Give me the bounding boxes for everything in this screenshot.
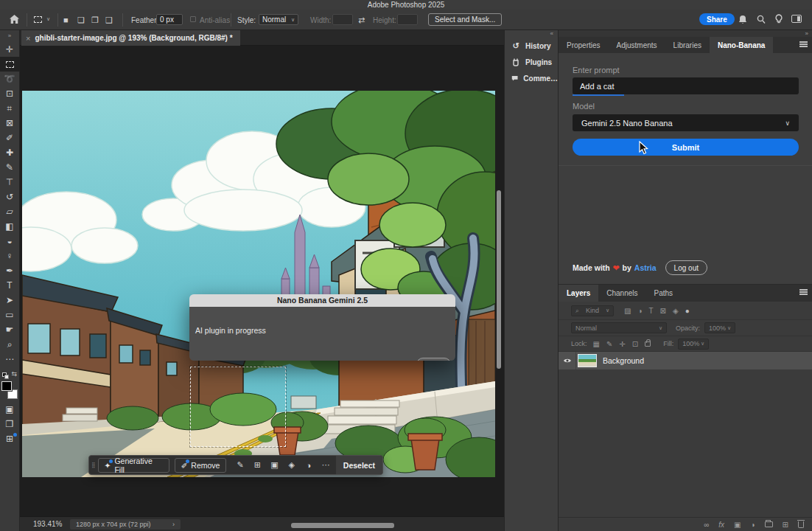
new-adjustment-layer-icon[interactable]: ◑ [751, 521, 755, 529]
new-selection-icon[interactable]: ■ [63, 15, 69, 24]
blend-mode-select[interactable]: Normal ∨ [571, 322, 667, 333]
swap-colors-icon[interactable]: ⇆ [11, 370, 17, 378]
filter-smart-object-icon[interactable]: ◈ [673, 307, 679, 315]
tool-hand[interactable]: ☛ [0, 322, 20, 337]
layer-thumbnail[interactable] [578, 354, 597, 367]
canvas-area[interactable] [20, 46, 504, 516]
lock-all-icon[interactable] [645, 341, 651, 347]
tab-layers[interactable]: Layers [559, 285, 598, 302]
tab-nano-banana[interactable]: Nano-Banana [710, 37, 773, 53]
dock-item-comments[interactable]: Comme… [505, 70, 558, 86]
tool-dodge[interactable]: ♀ [0, 249, 20, 263]
prompt-input[interactable] [573, 77, 799, 94]
tab-channels[interactable]: Channels [598, 285, 645, 302]
document-tab[interactable]: × ghibli-starter-image.jpg @ 193% (Backg… [21, 30, 240, 46]
tool-spot-healing[interactable]: ✚ [0, 145, 20, 160]
search-icon[interactable] [757, 15, 766, 26]
tool-type[interactable]: T [0, 278, 20, 293]
select-and-mask-button[interactable]: Select and Mask... [428, 13, 502, 26]
panels-expand-icon[interactable]: » [559, 30, 812, 37]
tool-clone-stamp[interactable]: ⊤ [0, 175, 20, 190]
quick-mask-button[interactable]: ▣ [0, 402, 20, 417]
tool-rectangular-marquee[interactable] [0, 57, 20, 72]
zoom-level[interactable]: 193.41% [33, 520, 62, 528]
logout-button[interactable]: Log out [665, 260, 707, 275]
width-input[interactable] [332, 14, 353, 25]
taskbar-fill-icon[interactable]: ◈ [283, 460, 300, 470]
tool-eyedropper[interactable]: ✐ [0, 131, 20, 145]
tool-pen[interactable]: ✒ [0, 263, 20, 278]
screen-mode-button[interactable]: ❐ [0, 417, 20, 431]
add-mask-icon[interactable]: ▣ [734, 521, 741, 529]
workspace-icon[interactable] [791, 15, 802, 23]
tool-eraser[interactable]: ▱ [0, 204, 20, 219]
submit-button[interactable]: Submit [573, 139, 799, 156]
feather-input[interactable] [156, 14, 183, 25]
dock-item-plugins[interactable]: Plugins [505, 54, 558, 70]
filter-shape-icon[interactable]: ⊠ [660, 307, 666, 315]
tool-object-selection[interactable]: ⊡ [0, 86, 20, 101]
anti-alias-checkbox[interactable] [190, 16, 196, 22]
panel-menu-icon[interactable] [799, 41, 808, 48]
taskbar-more-icon[interactable]: ⋯ [318, 460, 335, 470]
share-button[interactable]: Share [699, 13, 735, 25]
intersect-selection-icon[interactable]: ❑ [105, 15, 113, 25]
horizontal-scrollbar[interactable] [291, 523, 394, 528]
toolbar-plugin-shortcut[interactable]: ⊞ [0, 431, 20, 446]
layer-row-background[interactable]: Background [559, 352, 812, 369]
tool-blur[interactable]: ◒ [0, 234, 20, 249]
remove-button[interactable]: ✐ Remove [175, 458, 227, 473]
tab-adjustments[interactable]: Adjustments [609, 37, 665, 53]
filter-adjustment-icon[interactable]: ◑ [637, 307, 642, 315]
tab-properties[interactable]: Properties [559, 37, 609, 53]
foreground-color-swatch[interactable] [1, 381, 12, 391]
lock-transparency-icon[interactable]: ▦ [593, 340, 600, 348]
tool-brush[interactable]: ✎ [0, 160, 20, 175]
close-tab-icon[interactable]: × [26, 34, 30, 43]
tool-zoom[interactable]: ⌕ [0, 337, 20, 352]
tool-frame[interactable]: ⊠ [0, 116, 20, 131]
subtract-from-selection-icon[interactable]: ❐ [91, 15, 99, 25]
cancel-button[interactable]: Cancel [416, 358, 451, 361]
style-select[interactable]: Normal ∨ [259, 14, 298, 25]
astria-link[interactable]: Astria [634, 263, 657, 272]
tool-crop[interactable]: ⌗ [0, 101, 20, 116]
opacity-value-box[interactable]: 100% ∨ [704, 322, 735, 333]
filter-image-icon[interactable]: ▨ [624, 307, 631, 315]
taskbar-mask-icon[interactable]: ▣ [266, 460, 283, 470]
color-swatches[interactable] [1, 381, 18, 399]
tool-move[interactable]: ✛ [0, 42, 20, 57]
tool-preset-chevron-icon[interactable]: ∨ [46, 16, 50, 22]
default-colors-control[interactable]: ⇆ [2, 371, 17, 378]
filter-toggle-icon[interactable]: ● [685, 307, 690, 315]
model-select[interactable]: Gemini 2.5 Nano Banana ∨ [573, 114, 799, 131]
new-layer-icon[interactable]: ⊞ [783, 521, 788, 529]
lock-artboard-icon[interactable]: ⊡ [632, 340, 638, 348]
tool-shape[interactable]: ▭ [0, 308, 20, 322]
tool-path-selection[interactable]: ➤ [0, 293, 20, 308]
marquee-tool-preview[interactable] [34, 16, 42, 24]
lock-pixels-icon[interactable]: ✎ [606, 340, 612, 348]
generative-fill-button[interactable]: ✦ Generative Fill [98, 458, 169, 473]
tool-more[interactable]: ⋯ [0, 352, 20, 367]
tool-history-brush[interactable]: ↺ [0, 190, 20, 204]
add-to-selection-icon[interactable]: ❏ [77, 15, 85, 25]
taskbar-brush-icon[interactable]: ✎ [231, 460, 248, 470]
layer-visibility-toggle[interactable] [559, 352, 576, 369]
fill-value-box[interactable]: 100% ∨ [678, 339, 709, 350]
kind-filter-select[interactable]: ⌕ Kind ∨ [571, 305, 614, 316]
delete-layer-icon[interactable] [798, 521, 804, 528]
taskbar-drag-handle[interactable]: ⣿ [89, 463, 98, 467]
dock-item-history[interactable]: ↺ History [505, 38, 558, 54]
filter-type-icon[interactable]: T [649, 307, 654, 315]
link-layers-icon[interactable]: ∞ [704, 521, 709, 529]
layers-menu-icon[interactable] [799, 289, 808, 296]
tab-libraries[interactable]: Libraries [665, 37, 710, 53]
layer-style-fx-icon[interactable]: fx [718, 521, 724, 529]
taskbar-adjustment-icon[interactable]: ⊞ [249, 460, 266, 470]
taskbar-contrast-icon[interactable]: ◑ [300, 461, 317, 470]
swap-dimensions-icon[interactable]: ⇄ [358, 15, 365, 25]
toolbar-expand-icon[interactable]: » [8, 30, 11, 42]
height-input[interactable] [397, 14, 418, 25]
deselect-button[interactable]: Deselect [336, 456, 382, 474]
